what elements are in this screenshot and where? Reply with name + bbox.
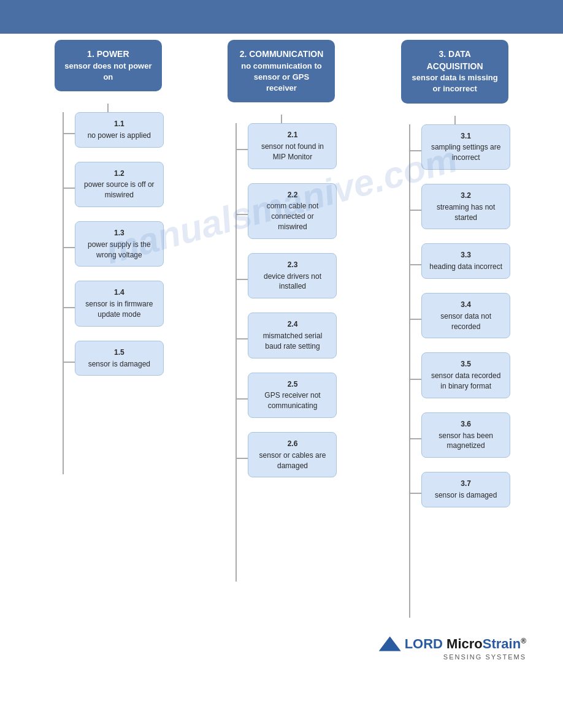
item-text: GPS receiver not communicating: [264, 391, 320, 410]
item-num: 1.3: [83, 228, 156, 238]
item-text: sensor not found in MIP Monitor: [261, 142, 324, 161]
branch-comm: 2.1sensor not found in MIP Monitor2.2com…: [226, 123, 337, 582]
sub-box-3-1: 3.1sampling settings are incorrect: [421, 124, 510, 170]
header-data-text: sensor data is missing or incorrect: [412, 73, 498, 93]
logo-reg: ®: [521, 636, 526, 645]
sub-item-row: 1.5sensor is damaged: [64, 341, 164, 384]
sub-box-3-2: 3.2streaming has not started: [421, 184, 510, 229]
sub-box-1-2: 1.2power source is off or miswired: [75, 162, 164, 207]
h-connector: [64, 362, 75, 363]
item-text: sampling settings are incorrect: [431, 143, 500, 162]
header-power-num: 1. POWER: [64, 48, 152, 61]
sub-item-row: 3.2streaming has not started: [410, 184, 510, 237]
branch-data: 3.1sampling settings are incorrect3.2str…: [399, 124, 510, 618]
item-num: 3.7: [429, 479, 502, 489]
header-comm: 2. COMMUNICATION no communication to sen…: [228, 40, 335, 102]
item-num: 3.5: [429, 359, 502, 370]
sub-box-1-3: 1.3power supply is the wrong voltage: [75, 221, 164, 267]
sub-item-row: 3.3heading data incorrect: [410, 243, 510, 286]
sub-item-row: 2.3device drivers not installed: [237, 253, 337, 306]
top-bar: [0, 0, 563, 34]
item-text: streaming has not started: [437, 203, 495, 222]
logo-micro: Micro: [443, 636, 483, 651]
header-data-num: 3. DATA ACQUISITION: [411, 48, 499, 72]
item-text: sensor is damaged: [435, 491, 497, 499]
sub-box-3-7: 3.7sensor is damaged: [421, 472, 510, 507]
h-connector: [237, 149, 248, 150]
logo-lord: LORD: [405, 636, 443, 651]
main-content: 1. POWER sensor does not power on 1.1no …: [0, 34, 563, 624]
item-text: no power is applied: [88, 131, 151, 140]
logo-row: LORD MicroStrain®: [379, 636, 526, 652]
h-connector: [410, 493, 421, 494]
h-connector: [237, 214, 248, 215]
item-num: 2.6: [256, 439, 329, 449]
sub-item-row: 3.6sensor has been magnetized: [410, 412, 510, 465]
footer: LORD MicroStrain® SENSING SYSTEMS: [0, 624, 563, 679]
item-text: mismatched serial baud rate setting: [263, 332, 323, 351]
h-connector: [410, 210, 421, 211]
item-text: sensor has been magnetized: [439, 431, 493, 450]
item-num: 3.3: [429, 250, 502, 260]
item-num: 2.4: [256, 319, 329, 330]
branch-line-2: [226, 123, 237, 582]
item-num: 3.4: [429, 300, 502, 310]
item-num: 1.5: [83, 347, 156, 358]
h-connector: [237, 458, 248, 459]
column-power: 1. POWER sensor does not power on 1.1no …: [44, 40, 172, 618]
sub-box-3-6: 3.6sensor has been magnetized: [421, 412, 510, 458]
h-connector: [64, 133, 75, 134]
sub-items-power: 1.1no power is applied1.2power source is…: [64, 112, 164, 474]
logo-tagline: SENSING SYSTEMS: [443, 653, 526, 661]
sub-items-comm: 2.1sensor not found in MIP Monitor2.2com…: [237, 123, 337, 582]
v-connector-3: [454, 116, 456, 124]
h-connector: [237, 279, 248, 280]
item-text: sensor data not recorded: [440, 312, 491, 331]
item-text: power source is off or miswired: [84, 180, 155, 199]
item-text: power supply is the wrong voltage: [88, 240, 151, 259]
h-connector: [64, 188, 75, 189]
item-text: sensor is in firmware update mode: [85, 300, 153, 319]
logo-area: LORD MicroStrain® SENSING SYSTEMS: [379, 636, 526, 661]
sub-item-row: 2.6sensor or cables are damaged: [237, 432, 337, 485]
branch-power: 1.1no power is applied1.2power source is…: [53, 112, 164, 474]
h-connector: [64, 247, 75, 248]
sub-box-3-5: 3.5sensor data recorded in binary format: [421, 352, 510, 398]
item-num: 3.6: [429, 419, 502, 430]
item-text: comm cable not connected or miswired: [267, 202, 319, 231]
sub-item-row: 2.4mismatched serial baud rate setting: [237, 313, 337, 365]
sub-box-3-3: 3.3heading data incorrect: [421, 243, 510, 279]
sub-item-row: 2.2comm cable not connected or miswired: [237, 183, 337, 246]
sub-box-2-2: 2.2comm cable not connected or miswired: [248, 183, 337, 239]
sub-box-2-3: 2.3device drivers not installed: [248, 253, 337, 298]
branch-line-3: [399, 124, 410, 618]
sub-item-row: 3.5sensor data recorded in binary format: [410, 352, 510, 405]
v-connector-2: [281, 115, 282, 123]
sub-box-1-5: 1.5sensor is damaged: [75, 341, 164, 376]
v-connector-1: [107, 104, 109, 112]
h-connector: [410, 150, 421, 151]
item-num: 1.2: [83, 169, 156, 179]
header-comm-text: no communication to sensor or GPS receiv…: [241, 61, 321, 93]
column-communication: 2. COMMUNICATION no communication to sen…: [217, 40, 346, 618]
sub-item-row: 3.4sensor data not recorded: [410, 293, 510, 346]
h-connector: [237, 338, 248, 339]
sub-box-3-4: 3.4sensor data not recorded: [421, 293, 510, 338]
sub-item-row: 2.5GPS receiver not communicating: [237, 373, 337, 425]
item-num: 3.2: [429, 191, 502, 201]
item-num: 2.3: [256, 260, 329, 270]
sub-box-2-4: 2.4mismatched serial baud rate setting: [248, 313, 337, 358]
sub-item-row: 1.4sensor is in firmware update mode: [64, 281, 164, 333]
lord-icon: [379, 637, 401, 651]
header-power-text: sensor does not power on: [64, 61, 151, 82]
item-text: sensor data recorded in binary format: [431, 371, 500, 390]
column-data-acq: 3. DATA ACQUISITION sensor data is missi…: [391, 40, 519, 618]
sub-box-1-1: 1.1no power is applied: [75, 112, 164, 148]
h-connector: [410, 438, 421, 439]
h-connector: [410, 379, 421, 380]
item-num: 1.4: [83, 287, 156, 298]
item-num: 2.1: [256, 130, 329, 140]
item-text: device drivers not installed: [264, 272, 321, 291]
header-comm-num: 2. COMMUNICATION: [237, 48, 325, 61]
sub-item-row: 2.1sensor not found in MIP Monitor: [237, 123, 337, 176]
